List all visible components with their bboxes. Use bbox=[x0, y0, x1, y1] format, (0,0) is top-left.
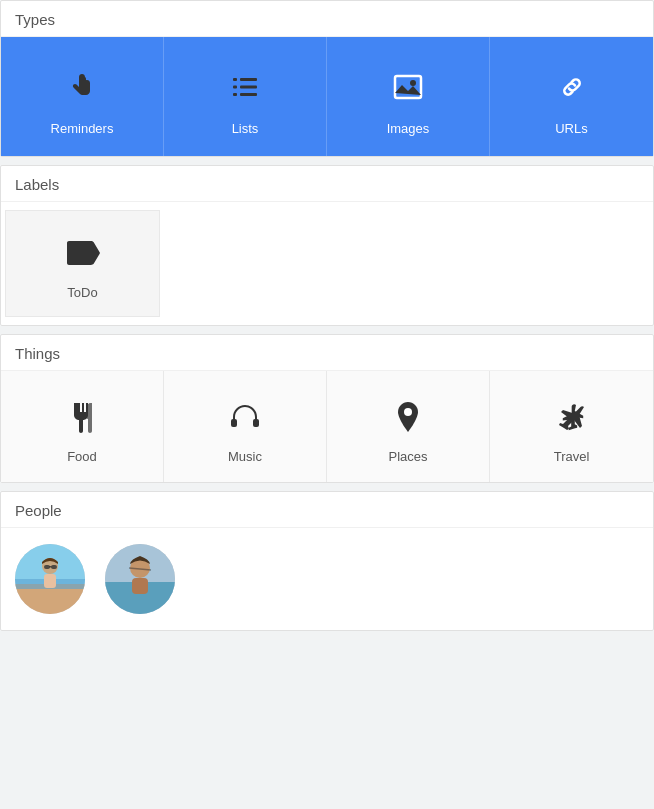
svg-rect-5 bbox=[240, 93, 257, 96]
type-item-lists[interactable]: Lists bbox=[164, 37, 327, 156]
travel-icon bbox=[550, 395, 594, 439]
url-icon bbox=[550, 65, 594, 109]
list-icon bbox=[223, 65, 267, 109]
tag-icon bbox=[61, 231, 105, 275]
svg-rect-23 bbox=[132, 578, 148, 594]
person-item-2[interactable] bbox=[105, 544, 175, 614]
things-section: Things Food Music bbox=[0, 334, 654, 483]
labels-grid: ToDo bbox=[1, 202, 653, 325]
type-item-urls[interactable]: URLs bbox=[490, 37, 653, 156]
places-icon bbox=[386, 395, 430, 439]
avatar-2 bbox=[105, 544, 175, 614]
svg-rect-8 bbox=[231, 419, 237, 427]
thing-label-music: Music bbox=[228, 449, 262, 464]
type-label-reminders: Reminders bbox=[51, 121, 114, 136]
type-label-urls: URLs bbox=[555, 121, 588, 136]
thing-label-places: Places bbox=[388, 449, 427, 464]
svg-rect-3 bbox=[240, 86, 257, 89]
svg-rect-2 bbox=[233, 86, 237, 89]
food-icon bbox=[60, 395, 104, 439]
types-title: Types bbox=[1, 1, 653, 37]
thing-label-food: Food bbox=[67, 449, 97, 464]
svg-point-7 bbox=[410, 80, 416, 86]
people-title: People bbox=[1, 492, 653, 528]
people-section: People bbox=[0, 491, 654, 631]
svg-rect-1 bbox=[240, 78, 257, 81]
label-text-todo: ToDo bbox=[67, 285, 97, 300]
avatar-1 bbox=[15, 544, 85, 614]
type-item-reminders[interactable]: Reminders bbox=[1, 37, 164, 156]
things-title: Things bbox=[1, 335, 653, 371]
reminder-icon bbox=[60, 65, 104, 109]
svg-rect-4 bbox=[233, 93, 237, 96]
thing-label-travel: Travel bbox=[554, 449, 590, 464]
labels-section: Labels ToDo bbox=[0, 165, 654, 326]
image-icon bbox=[386, 65, 430, 109]
music-icon bbox=[223, 395, 267, 439]
types-section: Types Reminders bbox=[0, 0, 654, 157]
type-item-images[interactable]: Images bbox=[327, 37, 490, 156]
things-grid: Food Music Places bbox=[1, 371, 653, 482]
svg-rect-17 bbox=[49, 566, 52, 568]
thing-item-travel[interactable]: Travel bbox=[490, 371, 653, 482]
label-item-todo[interactable]: ToDo bbox=[5, 210, 160, 317]
svg-rect-0 bbox=[233, 78, 237, 81]
labels-title: Labels bbox=[1, 166, 653, 202]
svg-rect-9 bbox=[253, 419, 259, 427]
thing-item-music[interactable]: Music bbox=[164, 371, 327, 482]
type-label-lists: Lists bbox=[232, 121, 259, 136]
person-item-1[interactable] bbox=[15, 544, 85, 614]
svg-point-10 bbox=[404, 408, 412, 416]
thing-item-food[interactable]: Food bbox=[1, 371, 164, 482]
type-label-images: Images bbox=[387, 121, 430, 136]
people-grid bbox=[1, 528, 653, 630]
svg-rect-18 bbox=[44, 574, 56, 588]
thing-item-places[interactable]: Places bbox=[327, 371, 490, 482]
svg-rect-16 bbox=[51, 565, 57, 569]
types-grid: Reminders Lists bbox=[1, 37, 653, 156]
